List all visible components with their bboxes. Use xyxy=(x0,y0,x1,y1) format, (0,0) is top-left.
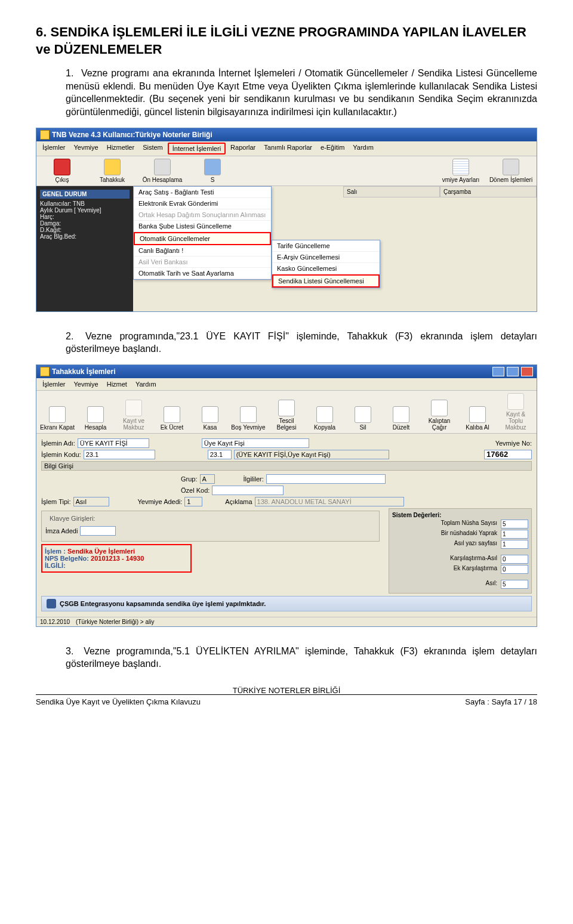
load-icon xyxy=(431,400,448,416)
paragraph-2: 2. Vezne programında,"23.1 ÜYE KAYIT FİŞ… xyxy=(66,330,537,356)
sub-kasko[interactable]: Kasko Güncellemesi xyxy=(272,263,380,274)
cash-icon xyxy=(202,406,218,423)
sidebar-header: GENEL DURUM xyxy=(40,190,130,199)
sub-tarife[interactable]: Tarife Güncelleme xyxy=(272,240,380,252)
sys-l: Toplam Nüsha Sayısı xyxy=(441,520,498,529)
dd-ortak-hesap: Ortak Hesap Dağıtım Sonuçlarının Alınmas… xyxy=(134,209,271,221)
menu-islemler[interactable]: İşlemler xyxy=(39,143,69,154)
dd-banka-sube[interactable]: Banka Şube Listesi Güncelleme xyxy=(134,221,271,232)
dd-evrak-gonderimi[interactable]: Elektronik Evrak Gönderimi xyxy=(134,198,271,209)
day-sali: Salı xyxy=(343,186,440,197)
menu-internet-islemleri[interactable]: İnternet İşlemleri xyxy=(168,143,226,154)
lb: Hesapla xyxy=(85,424,107,431)
tb2-kopyala[interactable]: Kopyala xyxy=(307,406,342,431)
day-headers: Salı Çarşamba xyxy=(343,186,537,197)
lb: Ek Ücret xyxy=(161,424,183,431)
para2-text: Vezne programında,"23.1 ÜYE KAYIT FİŞİ" … xyxy=(66,331,537,354)
tbtn-tahakkuk[interactable]: Tahakkuk xyxy=(90,159,134,183)
tb2-bos-yevmiye[interactable]: Boş Yevmiye xyxy=(231,406,266,431)
dd-tarih-saat[interactable]: Otomatik Tarih ve Saat Ayarlama xyxy=(134,268,271,279)
uye-kayit-fisi-input[interactable] xyxy=(202,438,309,448)
menu-tanimli-raporlar[interactable]: Tanımlı Raporlar xyxy=(260,143,316,154)
tbtn-s[interactable]: S xyxy=(190,159,235,183)
m2-yardim[interactable]: Yardım xyxy=(132,379,160,389)
tb2-kalip-cagir[interactable]: Kalıptan Çağır xyxy=(422,400,457,431)
close-icon[interactable] xyxy=(521,367,533,376)
menu-hizmetler[interactable]: Hizmetler xyxy=(103,143,138,154)
sys-v-yaprak[interactable] xyxy=(501,530,528,539)
m2-yevmiye[interactable]: Yevmiye xyxy=(70,379,102,389)
edit-icon xyxy=(393,406,409,423)
tb2-kayit-makbuz: Kayıt ve Makbuz xyxy=(116,400,151,431)
islemin-adi-input[interactable] xyxy=(78,438,149,448)
menubar-2: İşlemler Yevmiye Hizmet Yardım xyxy=(36,378,537,391)
grup-input xyxy=(200,474,215,484)
kod-secili-input[interactable] xyxy=(208,450,232,459)
klavye-girisleri-box: Klavye Girişleri: İmza Adedi xyxy=(41,511,380,542)
tb2-duzelt[interactable]: Düzelt xyxy=(384,406,418,431)
copy-icon xyxy=(316,406,333,423)
section-heading: 6. SENDİKA İŞLEMLERİ İLE İLGİLİ VEZNE PR… xyxy=(36,24,537,58)
side-line: Aylık Durum [ Yevmiye] xyxy=(40,207,130,214)
tbtn-cikis[interactable]: Çıkış xyxy=(40,159,84,183)
tb2-kasa[interactable]: Kasa xyxy=(193,406,227,431)
max-icon[interactable] xyxy=(507,367,519,376)
tb2-sil[interactable]: Sil xyxy=(346,406,380,431)
calc-icon xyxy=(154,159,171,175)
nps-val: 20101213 - 14930 xyxy=(91,555,144,562)
sub-earsiv[interactable]: E-Arşiv Güncellemesi xyxy=(272,252,380,263)
min-icon[interactable] xyxy=(492,367,504,376)
aciklama-label: Açıklama xyxy=(225,498,252,505)
ozelkod-input[interactable] xyxy=(212,486,284,495)
side-line: D.Kağıt: xyxy=(40,227,130,233)
title-2-text: Tahakkuk İşlemleri xyxy=(52,367,116,376)
tbtn-tahakkuk-label: Tahakkuk xyxy=(100,177,125,183)
info-icon xyxy=(47,599,56,608)
doc-icon xyxy=(240,406,257,423)
m2-islemler[interactable]: İşlemler xyxy=(39,379,69,389)
m2-hizmet[interactable]: Hizmet xyxy=(103,379,131,389)
sys-v-asil[interactable] xyxy=(501,580,528,589)
yevno-input[interactable] xyxy=(484,450,532,459)
menu-yardim[interactable]: Yardım xyxy=(349,143,377,154)
menu-raporlar[interactable]: Raporlar xyxy=(227,143,259,154)
sys-l: Bir nüshadaki Yaprak xyxy=(441,530,497,539)
tbtn-donem[interactable]: Dönem İşlemleri xyxy=(489,159,533,183)
dd-asil-veri: Asil Veri Bankası xyxy=(134,257,271,268)
sys-v-ekkars[interactable] xyxy=(501,565,528,574)
islemin-kodu-input[interactable] xyxy=(84,450,155,459)
ilgililer-input[interactable] xyxy=(266,474,386,484)
submenu-guncellemeler: Tarife Güncelleme E-Arşiv Güncellemesi K… xyxy=(272,240,380,288)
yev-aded-label: Yevmiye Adedi: xyxy=(138,498,183,505)
tb2-tescil[interactable]: Tescil Belgesi xyxy=(269,400,304,431)
multi-icon xyxy=(507,393,524,410)
tb2-ek-ucret[interactable]: Ek Ücret xyxy=(155,406,189,431)
menu-eegitim[interactable]: e-Eğitim xyxy=(317,143,348,154)
dd-arac-satis[interactable]: Araç Satış - Bağlantı Testi xyxy=(134,187,271,198)
yevno-label: Yevmiye No: xyxy=(495,440,532,447)
tbtn-onhesaplama-label: Ön Hesaplama xyxy=(143,177,183,183)
tb2-kaliba-al[interactable]: Kalıba Al xyxy=(460,406,495,431)
lb: Boş Yevmiye xyxy=(231,424,265,431)
sys-v-karsilastirma[interactable] xyxy=(501,555,528,564)
sub-sendika-listesi[interactable]: Sendika Listesi Güncellemesi xyxy=(272,274,380,288)
dd-canli-baglanti[interactable]: Canlı Bağlantı ! xyxy=(134,245,271,257)
tb2-ekrani-kapat[interactable]: Ekranı Kapat xyxy=(40,406,75,431)
sys-v-asilyazi[interactable] xyxy=(501,540,528,549)
tbtn-s-label: S xyxy=(211,177,215,183)
menu-yevmiye[interactable]: Yevmiye xyxy=(70,143,102,154)
tbtn-vmayarlari[interactable]: vmiye Ayarları xyxy=(439,159,483,183)
tb2-hesapla[interactable]: Hesapla xyxy=(78,406,113,431)
dd-otomatik-guncellemeler[interactable]: Otomatik Güncellemeler xyxy=(134,232,271,245)
imza-input[interactable] xyxy=(80,526,116,536)
footer-center: TÜRKİYE NOTERLER BİRLİĞİ xyxy=(36,686,537,695)
sys-v-nusha[interactable] xyxy=(501,520,528,529)
tbtn-donem-label: Dönem İşlemleri xyxy=(489,177,532,183)
lb: Kopyala xyxy=(314,424,335,431)
save-tpl-icon xyxy=(469,406,486,423)
grup-label: Grup: xyxy=(181,475,198,483)
tbtn-onhesaplama[interactable]: Ön Hesaplama xyxy=(140,159,184,183)
menu-sistem[interactable]: Sistem xyxy=(139,143,167,154)
lb: Ekranı Kapat xyxy=(40,424,75,431)
page-footer: Sendika Üye Kayıt ve Üyelikten Çıkma Kıl… xyxy=(36,694,537,706)
